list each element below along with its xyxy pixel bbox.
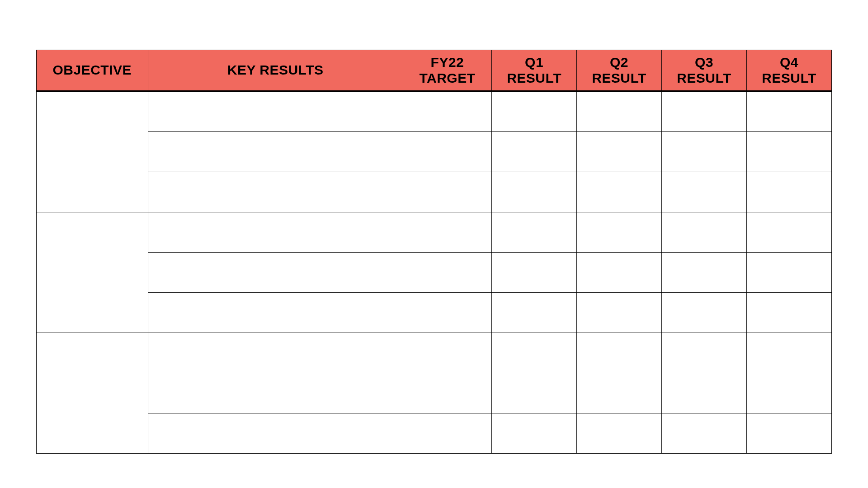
target-cell xyxy=(403,373,491,413)
q1-cell xyxy=(492,172,577,212)
target-cell xyxy=(403,413,491,454)
q1-cell xyxy=(492,253,577,293)
q2-cell xyxy=(577,333,662,373)
q3-cell xyxy=(662,373,747,413)
q1-cell xyxy=(492,413,577,454)
q2-cell xyxy=(577,413,662,454)
header-fy22-target: FY22TARGET xyxy=(403,50,491,91)
key-result-cell xyxy=(148,172,403,212)
q2-cell xyxy=(577,212,662,253)
q1-cell xyxy=(492,333,577,373)
q3-cell xyxy=(662,91,747,132)
q4-cell xyxy=(746,132,831,172)
q1-cell xyxy=(492,212,577,253)
q4-cell xyxy=(746,413,831,454)
q3-cell xyxy=(662,172,747,212)
key-result-cell xyxy=(148,413,403,454)
q4-cell xyxy=(746,373,831,413)
q2-cell xyxy=(577,172,662,212)
table-row xyxy=(37,293,832,333)
q4-cell xyxy=(746,212,831,253)
target-cell xyxy=(403,293,491,333)
q1-cell xyxy=(492,373,577,413)
key-result-cell xyxy=(148,212,403,253)
table-row xyxy=(37,373,832,413)
q4-cell xyxy=(746,172,831,212)
q2-cell xyxy=(577,253,662,293)
objective-cell xyxy=(37,212,148,333)
key-result-cell xyxy=(148,333,403,373)
q4-cell xyxy=(746,333,831,373)
q3-cell xyxy=(662,333,747,373)
target-cell xyxy=(403,333,491,373)
q1-cell xyxy=(492,293,577,333)
header-key-results: KEY RESULTS xyxy=(148,50,403,91)
table-row xyxy=(37,172,832,212)
key-result-cell xyxy=(148,373,403,413)
q2-cell xyxy=(577,373,662,413)
target-cell xyxy=(403,212,491,253)
table-row xyxy=(37,132,832,172)
target-cell xyxy=(403,91,491,132)
key-result-cell xyxy=(148,253,403,293)
key-result-cell xyxy=(148,293,403,333)
header-q3-result: Q3RESULT xyxy=(662,50,747,91)
table-row xyxy=(37,212,832,253)
table-row xyxy=(37,91,832,132)
okr-template-page: OBJECTIVE KEY RESULTS FY22TARGET Q1RESUL… xyxy=(0,0,868,488)
q4-cell xyxy=(746,253,831,293)
q2-cell xyxy=(577,91,662,132)
key-result-cell xyxy=(148,132,403,172)
target-cell xyxy=(403,172,491,212)
objective-cell xyxy=(37,333,148,454)
q4-cell xyxy=(746,293,831,333)
q4-cell xyxy=(746,91,831,132)
q1-cell xyxy=(492,132,577,172)
header-q1-result: Q1RESULT xyxy=(492,50,577,91)
table-row xyxy=(37,333,832,373)
q3-cell xyxy=(662,132,747,172)
okr-table-header: OBJECTIVE KEY RESULTS FY22TARGET Q1RESUL… xyxy=(37,50,832,91)
target-cell xyxy=(403,253,491,293)
q3-cell xyxy=(662,413,747,454)
table-row xyxy=(37,253,832,293)
header-q2-result: Q2RESULT xyxy=(577,50,662,91)
q1-cell xyxy=(492,91,577,132)
header-objective: OBJECTIVE xyxy=(37,50,148,91)
q3-cell xyxy=(662,253,747,293)
table-row xyxy=(37,413,832,454)
q2-cell xyxy=(577,132,662,172)
q3-cell xyxy=(662,212,747,253)
okr-table: OBJECTIVE KEY RESULTS FY22TARGET Q1RESUL… xyxy=(36,50,832,454)
key-result-cell xyxy=(148,91,403,132)
objective-cell xyxy=(37,91,148,212)
header-q4-result: Q4RESULT xyxy=(746,50,831,91)
okr-table-body xyxy=(37,91,832,454)
q3-cell xyxy=(662,293,747,333)
q2-cell xyxy=(577,293,662,333)
target-cell xyxy=(403,132,491,172)
